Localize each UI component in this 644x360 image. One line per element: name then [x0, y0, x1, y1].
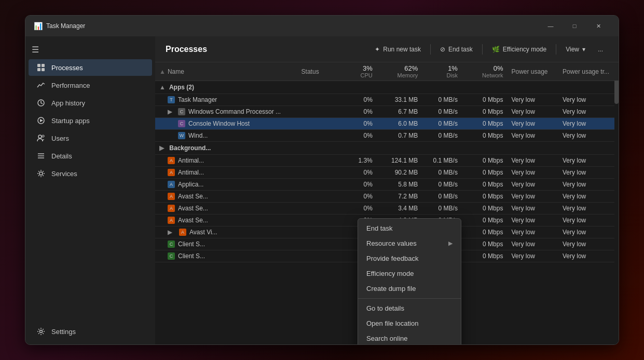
- svg-point-13: [40, 330, 43, 333]
- details-icon: [37, 152, 45, 160]
- app-icon: 📊: [34, 22, 42, 30]
- scrollbar-track: [614, 62, 619, 344]
- svg-rect-3: [42, 68, 45, 71]
- process-icon: A: [168, 205, 175, 212]
- col-name-header[interactable]: ▲ Name: [155, 62, 297, 81]
- ctx-go-to-details[interactable]: Go to details: [358, 301, 461, 316]
- table-row[interactable]: A Antimal... 1.3% 124.1 MB 0.1 MB/s 0 Mb…: [155, 155, 619, 167]
- process-icon: A: [168, 181, 175, 188]
- ctx-open-file-location[interactable]: Open file location: [358, 316, 461, 331]
- table-row[interactable]: ▶ C Windows Command Processor ... 0% 6.7…: [155, 106, 619, 118]
- process-icon: A: [179, 229, 186, 236]
- col-disk-header[interactable]: 1% Disk: [422, 62, 462, 81]
- col-status-header[interactable]: Status: [297, 62, 337, 81]
- end-task-icon: ⊘: [440, 46, 445, 53]
- table-row[interactable]: A Avast Se... 0% 3.4 MB 0 MB/s 0 Mbps Ve…: [155, 203, 619, 215]
- main-content: ☰ Processes Performance App history: [25, 36, 619, 344]
- ctx-end-task[interactable]: End task: [358, 221, 461, 236]
- ctx-search-online[interactable]: Search online: [358, 331, 461, 344]
- table-row[interactable]: A Antimal... 0% 90.2 MB 0 MB/s 0 Mbps Ve…: [155, 167, 619, 179]
- submenu-arrow-icon: ▶: [448, 240, 453, 247]
- expand-icon[interactable]: ▶: [168, 108, 174, 115]
- sidebar-item-performance[interactable]: Performance: [29, 77, 152, 94]
- svg-marker-6: [40, 119, 43, 122]
- toolbar-separator: [430, 44, 431, 55]
- sidebar: ☰ Processes Performance App history: [25, 36, 155, 344]
- sidebar-item-services[interactable]: Services: [29, 165, 152, 182]
- sidebar-item-label: Settings: [51, 328, 76, 336]
- sidebar-item-users[interactable]: Users: [29, 130, 152, 146]
- apps-expand-button[interactable]: ▲: [159, 84, 166, 91]
- ctx-create-dump-file[interactable]: Create dump file: [358, 281, 461, 296]
- view-chevron-icon: ▾: [582, 46, 585, 53]
- process-icon: C: [168, 252, 175, 260]
- users-icon: [37, 134, 45, 142]
- process-icon: C: [168, 241, 175, 248]
- process-table-container: ▲ Name Status 3% CPU: [155, 62, 619, 344]
- toolbar-separator-2: [482, 44, 483, 55]
- ctx-provide-feedback[interactable]: Provide feedback: [358, 251, 461, 266]
- svg-rect-1: [42, 64, 45, 67]
- hamburger-icon: ☰: [32, 45, 39, 54]
- toolbar: Processes ✦ Run new task ⊘ End task 🌿 Ef…: [155, 36, 619, 62]
- page-title: Processes: [166, 45, 367, 54]
- table-row[interactable]: T Task Manager 0% 33.1 MB 0 MB/s 0 Mbps …: [155, 94, 619, 106]
- sidebar-item-label: Processes: [51, 64, 83, 72]
- table-row[interactable]: A Applica... 0% 5.8 MB 0 MB/s 0 Mbps Ver…: [155, 179, 619, 191]
- processes-icon: [37, 63, 45, 72]
- sidebar-item-startup-apps[interactable]: Startup apps: [29, 112, 152, 129]
- services-icon: [37, 169, 45, 178]
- svg-point-7: [38, 135, 42, 138]
- expand-icon[interactable]: ▶: [168, 229, 174, 236]
- sidebar-menu-button[interactable]: ☰: [25, 41, 155, 59]
- process-name-cell: T Task Manager: [155, 94, 297, 106]
- table-row[interactable]: A Avast Se... 0% 7.2 MB 0 MB/s 0 Mbps Ve…: [155, 191, 619, 203]
- process-icon: W: [178, 132, 185, 139]
- svg-rect-2: [37, 68, 40, 71]
- table-row[interactable]: C Console Window Host 0% 6.0 MB 0 MB/s 0…: [155, 118, 619, 130]
- performance-icon: [37, 81, 45, 89]
- table-row[interactable]: W Wind... 0% 0.7 MB 0 MB/s 0 Mbps Very l…: [155, 130, 619, 142]
- view-button[interactable]: View ▾: [560, 43, 591, 56]
- sidebar-item-details[interactable]: Details: [29, 148, 152, 164]
- minimize-button[interactable]: —: [539, 18, 563, 34]
- col-power-trend-header[interactable]: Power usage tr...: [558, 62, 619, 81]
- col-cpu-header[interactable]: 3% CPU: [337, 62, 377, 81]
- background-expand-button[interactable]: ▶: [159, 144, 166, 152]
- context-menu-separator: [358, 298, 461, 299]
- process-icon: A: [168, 169, 175, 176]
- svg-point-12: [39, 172, 43, 175]
- ctx-efficiency-mode[interactable]: Efficiency mode: [358, 266, 461, 281]
- context-menu: End task Resource values ▶ Provide feedb…: [358, 218, 461, 344]
- ctx-resource-values[interactable]: Resource values ▶: [358, 236, 461, 251]
- run-new-task-button[interactable]: ✦ Run new task: [369, 43, 426, 56]
- sidebar-item-settings[interactable]: Settings: [29, 323, 152, 340]
- process-icon: C: [178, 120, 185, 127]
- efficiency-mode-button[interactable]: 🌿 Efficiency mode: [487, 43, 552, 56]
- process-icon: C: [178, 108, 185, 115]
- app-history-icon: [37, 99, 45, 107]
- more-options-button[interactable]: ...: [593, 43, 608, 56]
- table-header: ▲ Name Status 3% CPU: [155, 62, 619, 81]
- col-memory-header[interactable]: 62% Memory: [377, 62, 422, 81]
- svg-rect-0: [37, 64, 40, 67]
- startup-icon: [37, 116, 45, 125]
- sidebar-item-label: Services: [51, 170, 77, 178]
- process-icon: A: [168, 193, 175, 200]
- content-area: Processes ✦ Run new task ⊘ End task 🌿 Ef…: [155, 36, 619, 344]
- background-group-header: ▶ Background...: [155, 142, 619, 155]
- task-manager-window: 📊 Task Manager — □ ✕ ☰ Processes: [25, 15, 619, 345]
- col-power-header[interactable]: Power usage: [507, 62, 558, 81]
- sidebar-item-label: Startup apps: [51, 117, 90, 125]
- sidebar-item-label: Details: [51, 152, 72, 160]
- end-task-button[interactable]: ⊘ End task: [435, 43, 478, 56]
- col-network-header[interactable]: 0% Network: [462, 62, 508, 81]
- titlebar-controls: — □ ✕: [539, 18, 610, 34]
- sidebar-item-processes[interactable]: Processes: [29, 59, 152, 76]
- process-icon: A: [168, 217, 175, 224]
- sidebar-item-app-history[interactable]: App history: [29, 95, 152, 111]
- efficiency-icon: 🌿: [492, 46, 500, 53]
- maximize-button[interactable]: □: [563, 18, 586, 34]
- close-button[interactable]: ✕: [586, 18, 610, 34]
- sidebar-item-label: App history: [51, 99, 85, 107]
